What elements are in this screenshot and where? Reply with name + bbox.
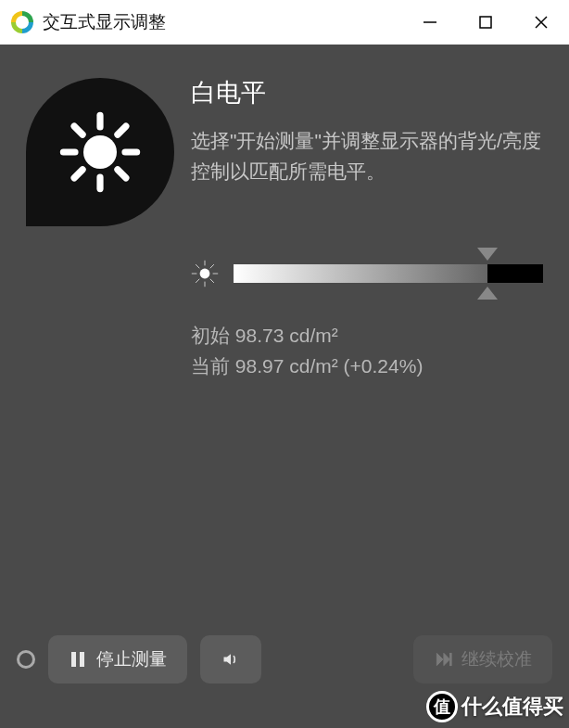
svg-point-13	[200, 269, 210, 279]
svg-line-21	[196, 279, 199, 283]
status-indicator-icon	[17, 650, 35, 669]
initial-reading: 初始 98.73 cd/m²	[191, 321, 543, 351]
window-title: 交互式显示调整	[43, 10, 402, 34]
readings-block: 初始 98.73 cd/m² 当前 98.97 cd/m² (+0.24%)	[191, 321, 543, 381]
slider-current-marker-icon[interactable]	[477, 287, 498, 300]
speaker-icon	[221, 650, 240, 669]
svg-rect-22	[71, 652, 76, 667]
svg-rect-1	[480, 17, 491, 28]
current-label: 当前	[191, 351, 230, 382]
brightness-slider[interactable]	[191, 260, 543, 287]
slider-target-marker-icon	[477, 248, 498, 261]
svg-line-12	[74, 170, 82, 178]
window-controls	[402, 0, 569, 45]
slider-track[interactable]	[234, 264, 543, 283]
maximize-button[interactable]	[458, 0, 513, 45]
sun-icon	[58, 110, 142, 194]
svg-line-20	[210, 264, 214, 268]
brightness-badge-icon	[26, 78, 174, 226]
watermark-text: 什么值得买	[462, 693, 563, 721]
svg-rect-23	[80, 652, 84, 667]
stop-measure-button[interactable]: 停止测量	[48, 635, 187, 683]
title-bar: 交互式显示调整	[0, 0, 569, 45]
delta-value: (+0.24%)	[344, 355, 424, 377]
panel-description: 选择"开始测量"并调整显示器的背光/亮度控制以匹配所需电平。	[191, 126, 543, 186]
svg-point-4	[83, 135, 117, 169]
pause-icon	[69, 650, 87, 669]
svg-line-18	[196, 264, 199, 268]
stop-measure-label: 停止测量	[96, 647, 167, 671]
watermark: 值 什么值得买	[426, 691, 563, 722]
initial-value: 98.73 cd/m²	[235, 325, 338, 346]
app-icon	[11, 11, 33, 33]
bottom-toolbar: 停止测量 继续校准	[0, 635, 569, 683]
initial-label: 初始	[191, 321, 230, 351]
watermark-badge: 值	[426, 691, 458, 722]
current-value: 98.97 cd/m²	[235, 355, 338, 377]
sun-small-icon	[191, 260, 219, 287]
sound-toggle-button[interactable]	[200, 635, 261, 683]
panel-heading: 白电平	[191, 76, 543, 109]
current-reading: 当前 98.97 cd/m² (+0.24%)	[191, 351, 543, 382]
svg-line-10	[118, 170, 126, 178]
continue-calibration-label: 继续校准	[462, 647, 532, 671]
continue-calibration-button[interactable]: 继续校准	[413, 635, 552, 683]
close-button[interactable]	[513, 0, 569, 45]
svg-line-19	[210, 279, 214, 283]
content-area: 白电平 选择"开始测量"并调整显示器的背光/亮度控制以匹配所需电平。 初始 98…	[0, 45, 569, 728]
svg-line-9	[74, 126, 82, 134]
svg-rect-24	[450, 653, 452, 665]
svg-line-11	[118, 126, 126, 134]
minimize-button[interactable]	[402, 0, 458, 45]
skip-forward-icon	[434, 650, 452, 669]
